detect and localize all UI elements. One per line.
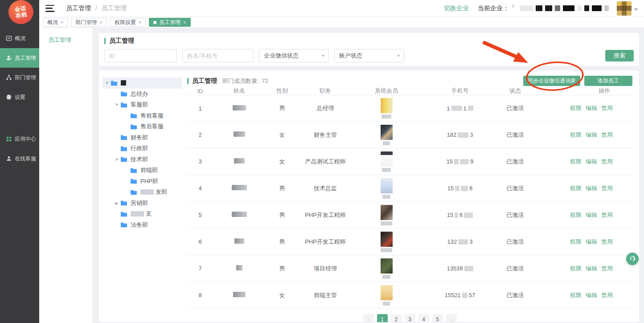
tree-node-法务部[interactable]: 法务部 xyxy=(103,220,182,231)
action-权限[interactable]: 权限 xyxy=(570,104,582,112)
action-权限[interactable]: 权限 xyxy=(570,291,582,299)
tree-node-售前客服[interactable]: 售前客服 xyxy=(103,110,182,122)
action-编辑[interactable]: 编辑 xyxy=(586,238,597,246)
chevron-down-icon[interactable] xyxy=(634,8,638,11)
wechat-status-select[interactable]: 企业微信状态 xyxy=(259,49,329,62)
action-编辑[interactable]: 编辑 xyxy=(586,184,597,192)
action-禁用[interactable]: 禁用 xyxy=(601,291,613,299)
cell-status: 已激活 xyxy=(499,238,531,246)
close-icon[interactable]: × xyxy=(99,20,102,25)
action-权限[interactable]: 权限 xyxy=(570,184,582,192)
redacted-name xyxy=(234,158,245,164)
table-row: 1男总经理11已激活权限编辑禁用 xyxy=(187,95,632,122)
next-page-button[interactable]: › xyxy=(446,314,457,322)
tree-node-发部[interactable]: 发部 xyxy=(103,187,182,198)
tab-权限设置[interactable]: 权限设置× xyxy=(110,18,146,27)
phone-text: 57 xyxy=(469,292,475,298)
cell-job: 项目经理 xyxy=(299,265,352,273)
tree-node-技术部[interactable]: ▼技术部 xyxy=(103,154,182,165)
sidebar-item-在线客服[interactable]: 在线客服 xyxy=(0,149,39,168)
action-禁用[interactable]: 禁用 xyxy=(601,265,613,273)
tree-node-redacted[interactable]: ▼ xyxy=(103,78,182,89)
action-禁用[interactable]: 禁用 xyxy=(601,238,613,246)
action-禁用[interactable]: 禁用 xyxy=(601,211,613,219)
action-权限[interactable]: 权限 xyxy=(570,265,582,273)
cell-name xyxy=(213,131,266,138)
account-status-select[interactable]: 账户状态 xyxy=(334,49,404,62)
sidebar-item-设置[interactable]: 设置 xyxy=(0,87,39,107)
prev-page-button[interactable]: ‹ xyxy=(363,314,374,322)
id-input[interactable] xyxy=(104,49,177,62)
page-button-4[interactable]: 4 xyxy=(418,314,429,322)
redacted-name xyxy=(233,292,246,297)
redacted-text xyxy=(140,189,154,195)
column-header-手机号: 手机号 xyxy=(421,87,499,95)
action-编辑[interactable]: 编辑 xyxy=(586,131,597,139)
action-权限[interactable]: 权限 xyxy=(570,158,582,166)
page-button-3[interactable]: 3 xyxy=(405,314,415,322)
chevron-down-icon xyxy=(321,55,325,57)
collapse-menu-icon[interactable] xyxy=(45,5,54,12)
caret-down-icon[interactable]: ▼ xyxy=(104,81,110,85)
sidebar-item-应用中心[interactable]: 应用中心 xyxy=(0,129,39,149)
tree-node-label: 售前客服 xyxy=(140,112,164,120)
online-service-fab[interactable] xyxy=(626,253,639,265)
tree-node-PHP部[interactable]: PHP部 xyxy=(103,176,182,187)
logo-line-2: 存档 xyxy=(15,11,28,19)
close-icon[interactable]: × xyxy=(183,20,186,25)
sidebar-item-概况[interactable]: 概况 xyxy=(0,29,39,48)
caret-down-icon[interactable]: ▼ xyxy=(114,157,119,162)
tree-node-营销部[interactable]: ▶营销部 xyxy=(103,198,182,209)
action-编辑[interactable]: 编辑 xyxy=(586,104,597,112)
tab-label: 权限设置 xyxy=(115,19,136,26)
cell-job: PHP开发工程师 xyxy=(299,238,352,246)
action-权限[interactable]: 权限 xyxy=(570,211,582,219)
tree-node-财务部[interactable]: 财务部 xyxy=(103,132,182,143)
service-icon xyxy=(5,155,12,162)
tree-node-总经办[interactable]: 总经办 xyxy=(103,89,182,100)
action-编辑[interactable]: 编辑 xyxy=(586,291,597,299)
close-icon[interactable]: × xyxy=(61,20,63,25)
action-禁用[interactable]: 禁用 xyxy=(601,131,613,139)
tree-node-前端部[interactable]: 前端部 xyxy=(103,165,182,176)
tab-部门管理[interactable]: 部门管理× xyxy=(71,18,107,27)
switch-company-link[interactable]: 切换企业 xyxy=(444,4,469,12)
subnav-item-employee-mgmt[interactable]: 员工管理 xyxy=(39,28,93,44)
tab-bar: 概况×部门管理×权限设置×员工管理× xyxy=(39,17,644,28)
tree-node-售后客服[interactable]: 售后客服 xyxy=(103,121,182,132)
action-权限[interactable]: 权限 xyxy=(570,131,582,139)
sync-wechat-contacts-button[interactable]: 同步企业微信通讯录 xyxy=(523,76,580,86)
cell-name xyxy=(213,238,266,245)
cell-system-member xyxy=(352,98,421,119)
action-权限[interactable]: 权限 xyxy=(570,238,582,246)
page-button-1[interactable]: 1 xyxy=(377,314,388,322)
action-编辑[interactable]: 编辑 xyxy=(586,158,597,166)
cell-phone: 13539 xyxy=(421,265,499,272)
name-phone-input[interactable] xyxy=(182,49,254,62)
add-employee-button[interactable]: 添加员工 xyxy=(584,76,632,86)
sidebar-item-部门管理[interactable]: 部门管理 xyxy=(0,68,39,87)
cell-actions: 权限编辑禁用 xyxy=(531,238,632,246)
tab-概况[interactable]: 概况× xyxy=(43,18,68,27)
sidebar-item-员工管理[interactable]: 员工管理 xyxy=(0,48,39,68)
tree-node-行政部[interactable]: 行政部 xyxy=(103,143,182,154)
tree-node-客服部[interactable]: ▼客服部 xyxy=(103,99,182,110)
breadcrumb-root[interactable]: 员工管理 xyxy=(66,4,91,12)
search-button[interactable]: 搜索 xyxy=(605,50,634,61)
action-禁用[interactable]: 禁用 xyxy=(601,184,613,192)
cell-system-member xyxy=(352,205,421,225)
close-icon[interactable]: × xyxy=(139,20,141,25)
action-禁用[interactable]: 禁用 xyxy=(601,104,613,112)
action-禁用[interactable]: 禁用 xyxy=(601,158,613,166)
caret-right-icon[interactable]: ▶ xyxy=(114,201,119,205)
page-button-2[interactable]: 2 xyxy=(391,314,402,322)
action-编辑[interactable]: 编辑 xyxy=(586,265,597,273)
tree-node-支[interactable]: 支 xyxy=(103,209,182,220)
tab-员工管理[interactable]: 员工管理× xyxy=(149,18,190,27)
user-avatar[interactable] xyxy=(617,1,632,16)
action-编辑[interactable]: 编辑 xyxy=(586,211,597,219)
page-button-5[interactable]: 5 xyxy=(432,314,443,322)
tab-label: 概况 xyxy=(47,19,58,26)
column-header-状态: 状态 xyxy=(499,87,531,95)
caret-down-icon[interactable]: ▼ xyxy=(114,102,119,107)
